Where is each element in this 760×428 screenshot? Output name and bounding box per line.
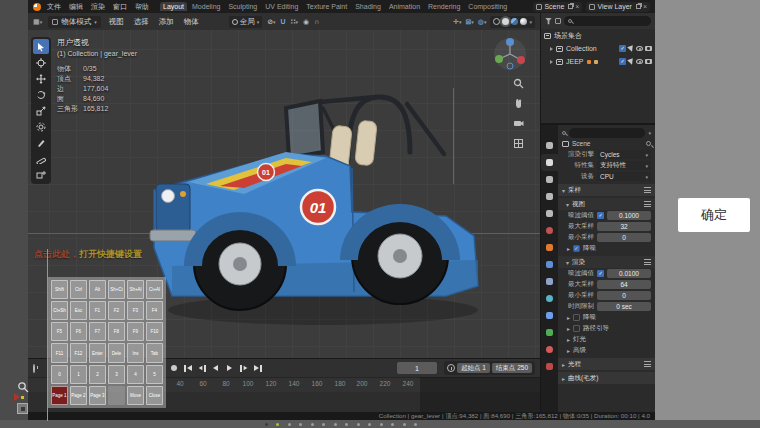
engine-dropdown[interactable]: Cycles▾ [597,150,651,159]
jump-start-button[interactable] [182,363,193,374]
panel-light-paths[interactable]: ▸光程 [558,358,655,370]
scene-selector[interactable]: Scene × [533,2,582,12]
window-overlay-icon[interactable] [17,403,28,414]
key-ctrl-alt[interactable]: Ct+Al [146,280,163,299]
key-ctrl-shift[interactable]: Ct+Sh [51,301,68,320]
page-dot[interactable] [334,423,337,426]
key-f3[interactable]: F3 [127,301,144,320]
xray-icon[interactable]: ◍▾ [478,18,487,26]
menu-select[interactable]: 选择 [132,17,151,27]
current-frame-field[interactable]: 1 [397,362,437,374]
proportional-edit-icon[interactable]: ◉ [303,18,309,26]
key-page1[interactable]: Page 1 [51,386,68,405]
checkbox-icon[interactable]: ✓ [619,45,626,52]
panel-lights[interactable]: ▸灯光 [558,334,655,345]
page-dot[interactable] [391,423,394,426]
prev-keyframe-button[interactable] [196,363,207,374]
key-0[interactable]: 0 [51,365,68,384]
expand-icon[interactable] [550,60,553,64]
key-shift-ctrl[interactable]: Sh+Ct [108,280,125,299]
tab-output[interactable] [541,171,558,188]
play-reverse-button[interactable] [210,363,221,374]
key-close[interactable]: Close [146,386,163,405]
camera-view-icon[interactable] [513,118,524,131]
tab-scene[interactable] [541,205,558,222]
blender-logo-icon[interactable] [33,3,41,11]
confirm-button[interactable]: 确定 [678,198,750,232]
key-4[interactable]: 4 [127,365,144,384]
tab-texture-paint[interactable]: Texture Paint [303,2,350,11]
tab-physics[interactable] [541,290,558,307]
menu-help[interactable]: 帮助 [133,2,151,12]
key-f10[interactable]: F10 [146,322,163,341]
noise-threshold-field[interactable]: 0.1000 [607,211,651,220]
key-f2[interactable]: F2 [108,301,125,320]
rendered-shading-icon[interactable] [520,18,527,25]
page-dot[interactable] [265,423,268,426]
tab-texture[interactable] [541,358,558,375]
panel-render-denoise[interactable]: ▸✓ 降噪 [558,312,655,323]
tab-view-layer[interactable] [541,188,558,205]
menu-edit[interactable]: 编辑 [67,2,85,12]
solid-shading-icon[interactable] [502,18,509,25]
preset-icon[interactable] [644,259,651,265]
editor-type-icon[interactable]: ▦▾ [33,18,42,26]
tab-rendering[interactable]: Rendering [425,2,463,11]
new-view-layer-icon[interactable] [636,4,641,9]
key-f8[interactable]: F8 [108,322,125,341]
key-alt[interactable]: Alt [89,280,106,299]
outliner-row-scene-collection[interactable]: 场景集合 [541,29,655,42]
path-guiding-checkbox[interactable]: ✓ [573,325,580,332]
transform-tool[interactable] [33,119,49,134]
tab-animation[interactable]: Animation [386,2,423,11]
page-dot[interactable] [380,423,383,426]
min-samples-field[interactable]: 0 [597,233,651,242]
eye-icon[interactable] [636,59,643,64]
panel-sampling-viewport[interactable]: ▾视图 [558,198,655,210]
tab-sculpting[interactable]: Sculpting [225,2,260,11]
menu-window[interactable]: 窗口 [111,2,129,12]
jeep-model[interactable]: 01 01 [148,88,480,358]
panel-sampling-render[interactable]: ▾渲染 [558,256,655,268]
menu-object[interactable]: 物体 [182,17,201,27]
tab-layout[interactable]: Layout [160,2,187,11]
noise-threshold-checkbox[interactable]: ✓ [597,212,604,219]
mode-dropdown[interactable]: 物体模式 ▾ [48,16,101,28]
tab-tool[interactable] [541,137,558,154]
material-preview-icon[interactable] [511,18,518,25]
featureset-dropdown[interactable]: 支持特性▾ [597,161,651,170]
page-dot[interactable] [368,423,371,426]
start-frame-field[interactable]: 起始点 1 [457,363,490,373]
key-shift[interactable]: Shift [51,280,68,299]
measure-tool[interactable] [33,151,49,166]
tab-shading[interactable]: Shading [352,2,384,11]
jump-end-button[interactable] [252,363,263,374]
page-dot[interactable] [288,423,291,426]
falloff-icon[interactable]: ∩ [314,18,319,25]
render-visibility-icon[interactable] [645,59,652,64]
key-f4[interactable]: F4 [146,301,163,320]
key-move[interactable]: Move [127,386,144,405]
preset-icon[interactable] [644,187,651,193]
add-cube-tool[interactable] [33,167,49,182]
selectable-icon[interactable] [627,58,635,66]
pivot-point-icon[interactable]: ⊘▾ [267,18,275,26]
max-samples-field[interactable]: 32 [597,222,651,231]
key-esc[interactable]: Esc [70,301,87,320]
nav-gizmo[interactable] [492,36,528,74]
min-samples-field[interactable]: 0 [597,291,651,300]
orientation-dropdown[interactable]: 全局 ▾ [229,16,263,28]
page-dot[interactable] [357,423,360,426]
panel-path-guiding[interactable]: ▸✓ 路径引导 [558,323,655,334]
outliner-row-collection[interactable]: Collection ✓ [541,42,655,55]
cursor-tool[interactable] [33,55,49,70]
tab-render[interactable] [541,154,558,171]
snap-magnet-icon[interactable]: U [281,18,286,25]
key-tab[interactable]: Tab [146,343,163,362]
page-dot[interactable] [414,423,417,426]
selectable-icon[interactable] [627,45,635,53]
properties-search[interactable] [569,128,645,138]
page-dot[interactable] [345,423,348,426]
render-visibility-icon[interactable] [645,46,652,51]
scale-tool[interactable] [33,103,49,118]
